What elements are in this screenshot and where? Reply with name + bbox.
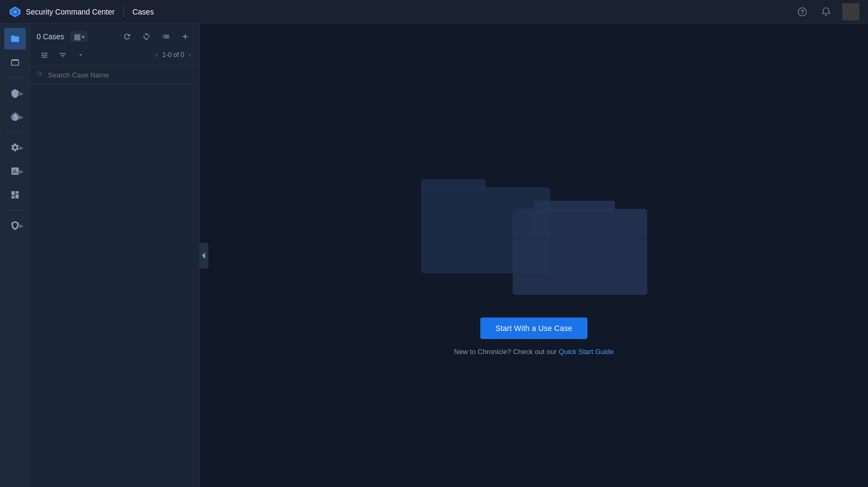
search-box[interactable] — [37, 70, 193, 79]
svg-rect-11 — [513, 209, 529, 238]
layout-button[interactable] — [158, 29, 173, 44]
svg-rect-8 — [513, 209, 647, 295]
empty-folder-svg — [416, 155, 653, 300]
filter-chevron-button[interactable] — [73, 47, 88, 62]
nav-divider — [123, 6, 124, 17]
topnav-actions: ? — [795, 3, 859, 20]
filter-button[interactable] — [55, 47, 70, 62]
svg-rect-7 — [421, 179, 486, 191]
sidebar-expand-icon-2: ▶ — [19, 114, 24, 120]
pagination-next[interactable]: › — [186, 50, 193, 60]
refresh-button[interactable] — [120, 29, 135, 44]
filter-tools-button[interactable] — [37, 47, 52, 62]
sidebar-item-radar[interactable]: ▶ — [4, 106, 26, 128]
svg-point-2 — [13, 10, 17, 13]
empty-state: Start With a Use Case New to Chronicle? … — [416, 155, 653, 356]
cta-section: Start With a Use Case New to Chronicle? … — [454, 317, 614, 356]
folder-illustration — [416, 155, 653, 300]
add-case-button[interactable] — [178, 29, 193, 44]
cases-list — [30, 84, 199, 487]
page-title: Cases — [132, 8, 154, 16]
pagination-prev[interactable]: ‹ — [153, 50, 160, 60]
search-input[interactable] — [48, 71, 193, 79]
toolbar-row-1: 0 Cases ▦ ▾ — [37, 29, 193, 44]
sidebar-expand-icon-5: ▶ — [19, 223, 24, 229]
sidebar-divider-3 — [6, 210, 24, 210]
pagination: ‹ 1-0 of 0 › — [153, 50, 193, 60]
cases-toolbar: 0 Cases ▦ ▾ — [30, 24, 199, 66]
sidebar-item-settings[interactable]: ▶ — [4, 137, 26, 158]
cases-panel: 0 Cases ▦ ▾ — [30, 24, 200, 487]
user-avatar[interactable] — [842, 3, 859, 20]
quick-start-text: New to Chronicle? Check out our Quick St… — [454, 348, 614, 356]
sidebar-item-reports[interactable]: ▶ — [4, 160, 26, 182]
svg-rect-10 — [513, 238, 647, 239]
pagination-label: 1-0 of 0 — [162, 51, 184, 59]
sidebar-item-cases[interactable] — [4, 28, 26, 50]
sync-button[interactable] — [139, 29, 154, 44]
toolbar-row-2: ‹ 1-0 of 0 › — [37, 47, 193, 62]
main-content: Start With a Use Case New to Chronicle? … — [200, 24, 868, 487]
sidebar-expand-icon: ▶ — [19, 90, 24, 96]
svg-text:?: ? — [801, 8, 804, 15]
topnav: Security Command Center Cases ? — [0, 0, 868, 24]
collapse-panel-button[interactable] — [200, 243, 208, 269]
search-icon — [37, 70, 44, 79]
logo-icon — [9, 5, 22, 18]
sidebar-item-shield[interactable]: ▶ — [4, 82, 26, 104]
app-logo: Security Command Center — [9, 5, 115, 18]
chevron-down-icon: ▾ — [82, 34, 85, 40]
view-toggle[interactable]: ▦ ▾ — [71, 31, 88, 42]
sidebar-item-dashboard[interactable] — [4, 184, 26, 206]
sidebar-item-admin[interactable]: ▶ — [4, 215, 26, 236]
start-use-case-button[interactable]: Start With a Use Case — [480, 317, 587, 339]
sidebar-expand-icon-3: ▶ — [19, 145, 24, 151]
main-layout: ▶ ▶ ▶ ▶ ▶ 0 Ca — [0, 24, 868, 487]
app-name: Security Command Center — [26, 8, 115, 16]
help-button[interactable]: ? — [795, 4, 810, 19]
search-row — [30, 66, 199, 84]
sidebar: ▶ ▶ ▶ ▶ ▶ — [0, 24, 30, 487]
grid-view-icon: ▦ — [74, 32, 81, 41]
sidebar-expand-icon-4: ▶ — [19, 168, 24, 174]
notifications-button[interactable] — [818, 4, 834, 19]
quick-start-guide-link[interactable]: Quick Start Guide — [558, 348, 614, 356]
sidebar-item-investigations[interactable] — [4, 52, 26, 73]
cases-count: 0 Cases — [37, 32, 64, 41]
sidebar-divider-2 — [6, 132, 24, 132]
new-to-chronicle-label: New to Chronicle? Check out our — [454, 348, 558, 356]
svg-rect-9 — [534, 201, 615, 213]
sidebar-divider-1 — [6, 77, 24, 78]
